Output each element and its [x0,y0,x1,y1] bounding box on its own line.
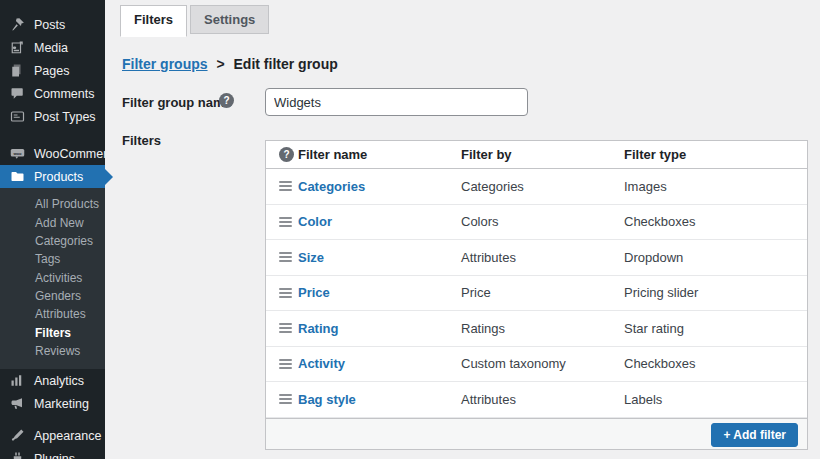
submenu-item-activities[interactable]: Activities [0,269,105,287]
help-icon[interactable]: ? [219,93,234,108]
sidebar-item-label: Posts [34,18,65,32]
media-icon [9,39,26,56]
filter-type-cell: Images [624,179,807,194]
filter-by-cell: Colors [461,214,624,229]
submenu-item-filters[interactable]: Filters [0,324,105,342]
table-row: Rating Ratings Star rating [266,311,807,347]
sidebar-item-appearance[interactable]: Appearance [0,424,105,447]
filter-name-link[interactable]: Bag style [298,392,461,407]
current-menu-arrow [105,169,113,185]
svg-text:woo: woo [12,151,22,156]
drag-handle-icon[interactable] [279,250,292,264]
filter-by-cell: Attributes [461,392,624,407]
sidebar-item-label: Plugins [34,452,75,459]
sidebar-item-label: Products [34,170,83,184]
products-submenu: All Products Add New Categories Tags Act… [0,188,105,369]
filter-group-name-input[interactable] [265,88,528,116]
filter-name-link[interactable]: Size [298,250,461,265]
breadcrumb-separator: > [216,56,224,72]
sidebar-item-products[interactable]: Products [0,165,105,188]
sidebar-item-label: Comments [34,87,94,101]
sidebar-item-label: Pages [34,64,69,78]
pin-icon [9,16,26,33]
breadcrumb: Filter groups > Edit filter group [122,56,338,72]
table-row: Bag style Attributes Labels [266,382,807,418]
products-icon [9,168,26,185]
help-icon[interactable]: ? [279,147,294,162]
woocommerce-icon: woo [9,145,26,162]
breadcrumb-current: Edit filter group [234,56,338,72]
sidebar-item-post-types[interactable]: Post Types [0,105,105,128]
filter-by-cell: Price [461,285,624,300]
filter-type-cell: Dropdown [624,250,807,265]
sidebar-item-media[interactable]: Media [0,36,105,59]
filter-by-cell: Custom taxonomy [461,356,624,371]
breadcrumb-filter-groups-link[interactable]: Filter groups [122,56,208,72]
drag-handle-icon[interactable] [279,321,292,335]
table-row: Size Attributes Dropdown [266,240,807,276]
filter-group-name-label: Filter group name [122,95,232,110]
sidebar-item-label: Media [34,41,68,55]
submenu-item-tags[interactable]: Tags [0,250,105,268]
sidebar-item-label: Marketing [34,397,89,411]
sidebar-item-label: WooCommerce [34,147,121,161]
sidebar-item-label: Post Types [34,110,96,124]
filters-section-label: Filters [122,133,161,148]
drag-handle-icon[interactable] [279,286,292,300]
submenu-item-all-products[interactable]: All Products [0,195,105,213]
sidebar-item-plugins[interactable]: Plugins [0,447,105,459]
submenu-item-add-new[interactable]: Add New [0,213,105,231]
plugins-icon [9,450,26,459]
admin-sidebar: Posts Media Pages Comments Post Types wo… [0,0,105,459]
filter-name-link[interactable]: Activity [298,356,461,371]
filter-by-cell: Attributes [461,250,624,265]
sidebar-item-label: Analytics [34,374,84,388]
add-filter-button[interactable]: + Add filter [711,423,798,447]
filter-type-cell: Pricing slider [624,285,807,300]
sidebar-item-comments[interactable]: Comments [0,82,105,105]
tab-bar: Filters Settings [120,5,269,37]
marketing-icon [9,395,26,412]
sidebar-item-pages[interactable]: Pages [0,59,105,82]
sidebar-item-posts[interactable]: Posts [0,13,105,36]
sidebar-item-analytics[interactable]: Analytics [0,369,105,392]
main-content: Filters Settings Filter groups > Edit fi… [105,0,820,459]
filter-name-link[interactable]: Categories [298,179,461,194]
tab-settings[interactable]: Settings [190,5,269,34]
filters-table: ? Filter name Filter by Filter type Cate… [265,140,808,450]
drag-handle-icon[interactable] [279,392,292,406]
filter-by-cell: Ratings [461,321,624,336]
sidebar-item-marketing[interactable]: Marketing [0,392,105,415]
table-row: Color Colors Checkboxes [266,205,807,241]
submenu-item-genders[interactable]: Genders [0,287,105,305]
filter-type-cell: Star rating [624,321,807,336]
pages-icon [9,62,26,79]
sidebar-item-woocommerce[interactable]: woo WooCommerce [0,142,105,165]
filter-type-cell: Checkboxes [624,214,807,229]
appearance-icon [9,427,26,444]
table-row: Price Price Pricing slider [266,276,807,312]
table-footer: + Add filter [266,418,807,449]
filter-name-link[interactable]: Price [298,285,461,300]
filter-by-cell: Categories [461,179,624,194]
filter-name-link[interactable]: Color [298,214,461,229]
analytics-icon [9,372,26,389]
column-header-filter-by: Filter by [461,147,624,162]
comments-icon [9,85,26,102]
sidebar-item-label: Appearance [34,429,101,443]
post-types-icon [9,108,26,125]
submenu-item-reviews[interactable]: Reviews [0,342,105,360]
table-row: Categories Categories Images [266,169,807,205]
drag-handle-icon[interactable] [279,357,292,371]
table-header-row: ? Filter name Filter by Filter type [266,141,807,169]
tab-filters[interactable]: Filters [120,5,187,37]
submenu-item-attributes[interactable]: Attributes [0,305,105,323]
drag-handle-icon[interactable] [279,215,292,229]
filter-name-link[interactable]: Rating [298,321,461,336]
submenu-item-categories[interactable]: Categories [0,232,105,250]
column-header-filter-name: Filter name [298,147,461,162]
table-row: Activity Custom taxonomy Checkboxes [266,347,807,383]
filter-type-cell: Labels [624,392,807,407]
drag-handle-icon[interactable] [279,179,292,193]
column-header-filter-type: Filter type [624,147,807,162]
